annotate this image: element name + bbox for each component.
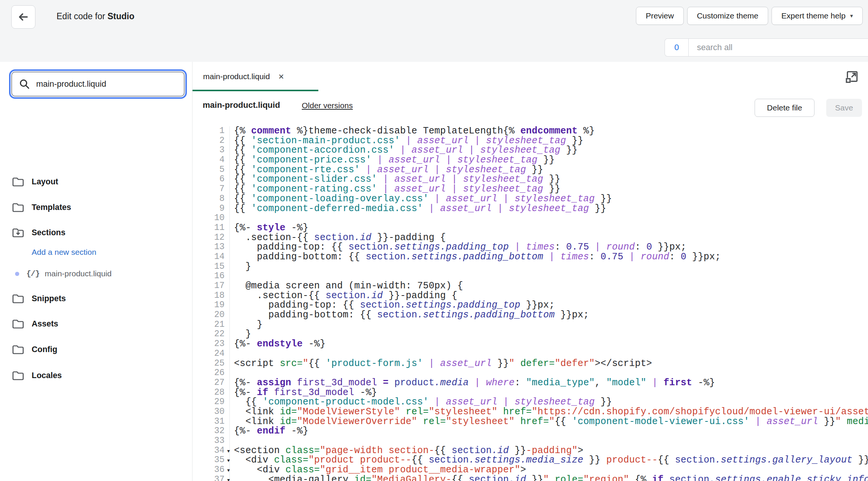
code-text[interactable]: <link id="ModelViewerStyle" rel="stylesh… xyxy=(230,407,868,417)
code-text[interactable]: {{ 'component-product-model.css' | asset… xyxy=(230,397,868,407)
code-line-4[interactable]: 4{{ 'component-price.css' | asset_url | … xyxy=(193,155,868,165)
preview-button[interactable]: Preview xyxy=(636,7,684,25)
expert-theme-help-button[interactable]: Expert theme help▾ xyxy=(772,7,863,25)
code-text[interactable] xyxy=(230,436,868,446)
code-text[interactable] xyxy=(230,368,868,378)
sidebar-item-assets[interactable]: Assets xyxy=(0,315,192,333)
code-line-26[interactable]: 26 xyxy=(193,368,868,378)
sidebar-item-snippets[interactable]: Snippets xyxy=(0,290,192,308)
code-text[interactable]: {{ 'component-slider.css' | asset_url | … xyxy=(230,175,868,184)
code-line-13[interactable]: 13 padding-top: {{ section.settings.padd… xyxy=(193,242,868,252)
code-line-31[interactable]: 31 <link id="ModelViewerOverride" rel="s… xyxy=(193,417,868,427)
sidebar-item-layout[interactable]: Layout xyxy=(0,173,192,191)
code-line-6[interactable]: 6{{ 'component-slider.css' | asset_url |… xyxy=(193,175,868,184)
code-line-9[interactable]: 9{{ 'component-deferred-media.css' | ass… xyxy=(193,204,868,214)
code-line-33[interactable]: 33 xyxy=(193,436,868,446)
code-text[interactable]: {%- assign first_3d_model = product.medi… xyxy=(230,378,868,388)
code-text[interactable]: {{ 'component-rte.css' | asset_url | sty… xyxy=(230,165,868,175)
code-text[interactable]: } xyxy=(230,262,868,272)
code-text[interactable] xyxy=(230,213,868,223)
file-search-input[interactable] xyxy=(35,79,165,89)
code-line-14[interactable]: 14 padding-bottom: {{ section.settings.p… xyxy=(193,252,868,262)
code-line-23[interactable]: 23{%- endstyle -%} xyxy=(193,339,868,349)
back-button[interactable] xyxy=(11,5,35,29)
code-text[interactable] xyxy=(230,349,868,359)
fold-caret-icon[interactable]: ▾ xyxy=(227,475,230,481)
code-line-10[interactable]: 10 xyxy=(193,213,868,223)
code-editor[interactable]: 1{% comment %}theme-check-disable Templa… xyxy=(193,121,868,481)
fold-caret-icon[interactable]: ▾ xyxy=(227,456,230,466)
sidebar-item-config[interactable]: Config xyxy=(0,340,192,358)
code-text[interactable]: {{ 'component-rating.css' | asset_url | … xyxy=(230,184,868,194)
delete-file-button[interactable]: Delete file xyxy=(755,99,815,117)
code-text[interactable]: {%- style -%} xyxy=(230,223,868,233)
code-text[interactable]: {{ 'component-loading-overlay.css' | ass… xyxy=(230,194,868,204)
code-line-29[interactable]: 29 {{ 'component-product-model.css' | as… xyxy=(193,397,868,407)
code-text[interactable]: {{ 'component-deferred-media.css' | asse… xyxy=(230,204,868,214)
code-line-36[interactable]: 36▾ <div class="grid__item product__medi… xyxy=(193,465,868,475)
code-line-28[interactable]: 28{%- if first_3d_model -%} xyxy=(193,388,868,398)
code-text[interactable]: {% comment %}theme-check-disable Templat… xyxy=(230,126,868,136)
code-text[interactable]: padding-bottom: {{ section.settings.padd… xyxy=(230,310,868,320)
code-line-15[interactable]: 15 } xyxy=(193,262,868,272)
code-line-27[interactable]: 27{%- assign first_3d_model = product.me… xyxy=(193,378,868,388)
code-text[interactable]: {{ 'component-accordion.css' | asset_url… xyxy=(230,146,868,155)
code-line-22[interactable]: 22 } xyxy=(193,329,868,339)
code-text[interactable]: } xyxy=(230,320,868,330)
expand-editor-button[interactable] xyxy=(845,70,859,84)
code-text[interactable]: } xyxy=(230,329,868,339)
code-line-32[interactable]: 32{%- endif -%} xyxy=(193,426,868,436)
add-new-section-link[interactable]: Add a new section xyxy=(32,248,96,257)
code-line-7[interactable]: 7{{ 'component-rating.css' | asset_url |… xyxy=(193,184,868,194)
code-text[interactable]: {%- endif -%} xyxy=(230,426,868,436)
code-line-24[interactable]: 24 xyxy=(193,349,868,359)
code-text[interactable]: @media screen and (min-width: 750px) { xyxy=(230,281,868,291)
older-versions-link[interactable]: Older versions xyxy=(302,101,353,110)
code-text[interactable]: {{ 'section-main-product.css' | asset_ur… xyxy=(230,136,868,146)
fold-caret-icon[interactable]: ▾ xyxy=(227,446,230,456)
code-line-34[interactable]: 34▾<section class="page-width section-{{… xyxy=(193,446,868,456)
sidebar-item-templates[interactable]: Templates xyxy=(0,198,192,216)
code-line-2[interactable]: 2{{ 'section-main-product.css' | asset_u… xyxy=(193,136,868,146)
code-text[interactable]: <script src="{{ 'product-form.js' | asse… xyxy=(230,359,868,369)
code-text[interactable]: {%- endstyle -%} xyxy=(230,339,868,349)
code-line-19[interactable]: 19 padding-top: {{ section.settings.padd… xyxy=(193,300,868,310)
code-text[interactable]: padding-top: {{ section.settings.padding… xyxy=(230,242,868,252)
code-text[interactable]: .section-{{ section.id }}-padding { xyxy=(230,291,868,301)
tab-main-product-liquid[interactable]: main-product.liquid ✕ xyxy=(193,62,318,91)
code-text[interactable]: padding-bottom: {{ section.settings.padd… xyxy=(230,252,868,262)
code-line-21[interactable]: 21 } xyxy=(193,320,868,330)
close-tab-icon[interactable]: ✕ xyxy=(278,72,284,81)
code-text[interactable] xyxy=(230,271,868,281)
code-text[interactable]: <link id="ModelViewerOverride" rel="styl… xyxy=(230,417,868,427)
code-line-5[interactable]: 5{{ 'component-rte.css' | asset_url | st… xyxy=(193,165,868,175)
code-text[interactable]: <media-gallery id="MediaGallery-{{ secti… xyxy=(230,475,868,481)
code-line-1[interactable]: 1{% comment %}theme-check-disable Templa… xyxy=(193,126,868,136)
code-text[interactable]: padding-top: {{ section.settings.padding… xyxy=(230,300,868,310)
search-all-input[interactable] xyxy=(688,38,868,57)
code-line-37[interactable]: 37▾ <media-gallery id="MediaGallery-{{ s… xyxy=(193,475,868,481)
code-line-12[interactable]: 12 .section-{{ section.id }}-padding { xyxy=(193,233,868,243)
save-button[interactable]: Save xyxy=(826,99,862,117)
code-text[interactable]: {%- if first_3d_model -%} xyxy=(230,388,868,398)
fold-caret-icon[interactable]: ▾ xyxy=(227,466,230,475)
code-line-16[interactable]: 16 xyxy=(193,271,868,281)
code-text[interactable]: .section-{{ section.id }}-padding { xyxy=(230,233,868,243)
code-text[interactable]: <div class="grid__item product__media-wr… xyxy=(230,465,868,475)
code-line-3[interactable]: 3{{ 'component-accordion.css' | asset_ur… xyxy=(193,146,868,155)
code-text[interactable]: <div class="product product--{{ section.… xyxy=(230,455,868,465)
code-line-17[interactable]: 17 @media screen and (min-width: 750px) … xyxy=(193,281,868,291)
code-text[interactable]: <section class="page-width section-{{ se… xyxy=(230,446,868,456)
code-line-35[interactable]: 35▾ <div class="product product--{{ sect… xyxy=(193,455,868,465)
sidebar-item-locales[interactable]: Locales xyxy=(0,366,192,384)
customize-theme-button[interactable]: Customize theme xyxy=(687,7,768,25)
code-line-8[interactable]: 8{{ 'component-loading-overlay.css' | as… xyxy=(193,194,868,204)
code-line-18[interactable]: 18 .section-{{ section.id }}-padding { xyxy=(193,291,868,301)
code-line-11[interactable]: 11{%- style -%} xyxy=(193,223,868,233)
sidebar-item-sections[interactable]: Sections xyxy=(0,224,192,242)
code-line-25[interactable]: 25<script src="{{ 'product-form.js' | as… xyxy=(193,359,868,369)
code-line-30[interactable]: 30 <link id="ModelViewerStyle" rel="styl… xyxy=(193,407,868,417)
code-line-20[interactable]: 20 padding-bottom: {{ section.settings.p… xyxy=(193,310,868,320)
code-text[interactable]: {{ 'component-price.css' | asset_url | s… xyxy=(230,155,868,165)
sidebar-item-main-product-liquid[interactable]: {/} main-product.liquid xyxy=(0,265,192,282)
